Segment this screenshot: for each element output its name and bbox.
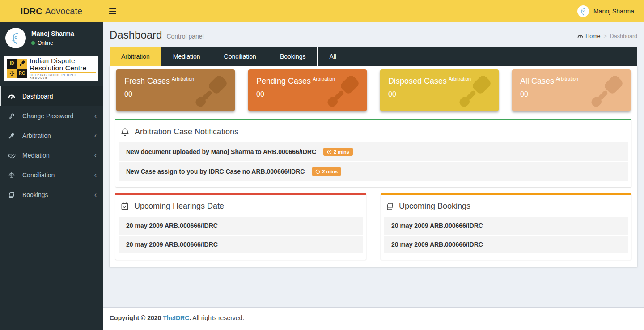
book-icon	[386, 202, 394, 210]
booking-item: 20 may 2009 ARB.000666/IDRC	[384, 217, 628, 235]
sidebar-item-label: Dashboard	[22, 93, 97, 100]
sidebar-item-label: Bookings	[22, 191, 94, 198]
idrc-logo-mark: ID RC	[7, 59, 27, 78]
logo-line1: Indian Dispute	[30, 57, 96, 64]
content-header: Dashboard Control panel Home > Dashboard	[103, 22, 644, 46]
online-status-icon	[31, 41, 35, 45]
clock-icon	[327, 150, 332, 154]
tachometer-icon	[577, 34, 583, 39]
hearing-item: 20 may 2009 ARB.000666/IDRC	[119, 217, 363, 235]
page-title-text: Dashboard	[110, 29, 162, 41]
chevron-left-icon: ‹	[94, 112, 97, 120]
content-wrapper: Dashboard Control panel Home > Dashboard…	[103, 22, 644, 307]
app-window: IDRC Advocate Manoj Sharma Manoj Sharma	[0, 0, 644, 330]
gavel-watermark-icon	[323, 73, 361, 111]
brand-logo[interactable]: IDRC Advocate	[0, 0, 103, 22]
top-header: IDRC Advocate Manoj Sharma	[0, 0, 644, 22]
balance-scale-icon	[8, 172, 19, 179]
sidebar-item-mediation[interactable]: Mediation ‹	[0, 146, 103, 165]
tab-arbitration[interactable]: Arbitration	[110, 47, 161, 66]
tab-mediation[interactable]: Mediation	[161, 47, 212, 66]
sidebar-item-conciliation[interactable]: Conciliation ‹	[0, 165, 103, 185]
user-avatar-icon	[577, 5, 589, 17]
sidebar-toggle-button[interactable]	[103, 0, 123, 22]
logo-cell-id: ID	[7, 59, 17, 69]
bookings-title: Upcoming Bookings	[399, 201, 470, 211]
handshake-icon	[8, 153, 19, 159]
card-pending-cases[interactable]: Pending CasesArbitration 00	[248, 69, 367, 111]
sidebar-user-name: Manoj Sharma	[31, 30, 74, 37]
tab-conciliation[interactable]: Conciliation	[212, 47, 268, 66]
brand-bold: IDRC	[21, 6, 42, 17]
sidebar-menu: Dashboard Change Password ‹ Arbitration …	[0, 86, 103, 205]
sidebar-user-panel: Manoj Sharma Online	[0, 22, 103, 55]
logo-rule	[30, 72, 96, 73]
sidebar: Manoj Sharma Online ID RC Indian Dispute	[0, 22, 103, 330]
card-fresh-cases[interactable]: Fresh CasesArbitration 00	[116, 69, 235, 111]
logo-cell-rc: RC	[17, 69, 27, 78]
hearing-item: 20 may 2009 ARB.000666/IDRC	[119, 236, 363, 253]
notifications-box: Arbitration Case Notifications New docum…	[115, 119, 631, 187]
chevron-left-icon: ‹	[94, 171, 97, 179]
hearings-title: Upcoming Hearings Date	[134, 201, 224, 211]
footer-link[interactable]: TheIDRC	[163, 314, 189, 321]
page-subtitle: Control panel	[166, 33, 203, 40]
idrc-logo[interactable]: ID RC Indian Dispute Resolution Centre H…	[4, 56, 98, 81]
case-tabs: Arbitration Mediation Conciliation Booki…	[110, 47, 637, 66]
gavel-icon	[8, 133, 19, 139]
sidebar-item-arbitration[interactable]: Arbitration ‹	[0, 126, 103, 146]
card-all-cases[interactable]: All CasesArbitration 00	[512, 69, 631, 111]
hamburger-icon	[109, 8, 116, 9]
tab-all[interactable]: All	[318, 47, 348, 66]
page-title: Dashboard Control panel	[110, 29, 204, 41]
card-title: Fresh Cases	[124, 77, 170, 86]
logo-scales-icon	[7, 69, 17, 78]
footer-rest: All rights reserved.	[191, 314, 244, 321]
breadcrumb-separator: >	[604, 33, 607, 39]
card-title: All Cases	[520, 77, 554, 86]
sidebar-item-label: Mediation	[22, 152, 94, 159]
notification-text: New document uploaded by Manoj Sharma to…	[126, 148, 316, 155]
sidebar-item-dashboard[interactable]: Dashboard	[0, 86, 103, 106]
top-navbar: Manoj Sharma	[103, 0, 644, 22]
sidebar-item-change-password[interactable]: Change Password ‹	[0, 106, 103, 126]
book-icon	[8, 192, 19, 198]
breadcrumb: Home > Dashboard	[577, 33, 637, 41]
user-menu-name: Manoj Sharma	[593, 8, 634, 15]
time-badge: 2 mins	[323, 148, 353, 156]
notifications-title: Arbitration Case Notifications	[135, 127, 238, 137]
summary-cards-row: Fresh CasesArbitration 00 Pending CasesA…	[115, 69, 631, 111]
idrc-logo-text: Indian Dispute Resolution Centre HELPING…	[30, 57, 96, 79]
card-disposed-cases[interactable]: Disposed CasesArbitration 00	[380, 69, 499, 111]
key-icon	[8, 113, 19, 120]
time-badge: 2 mins	[312, 167, 341, 176]
notification-item: New Case assign to you by IDRC Case no A…	[119, 162, 628, 181]
sidebar-item-bookings[interactable]: Bookings ‹	[0, 185, 103, 205]
sidebar-item-label: Arbitration	[22, 132, 94, 139]
tachometer-icon	[8, 93, 19, 100]
sidebar-user-status[interactable]: Online	[31, 40, 74, 46]
logo-line2: Resolution Centre	[30, 64, 96, 72]
breadcrumb-home[interactable]: Home	[577, 33, 600, 39]
clock-icon	[315, 169, 320, 174]
tab-bookings[interactable]: Bookings	[268, 47, 318, 66]
calendar-check-icon	[121, 202, 129, 210]
user-menu[interactable]: Manoj Sharma	[570, 0, 644, 22]
bell-icon	[121, 128, 129, 137]
upcoming-bookings-box: Upcoming Bookings 20 may 2009 ARB.000666…	[381, 193, 631, 260]
sidebar-avatar-icon	[5, 28, 26, 48]
gavel-watermark-icon	[587, 73, 625, 111]
footer-copyright: Copyright © 2020	[110, 314, 163, 321]
bottom-boxes-row: Upcoming Hearings Date 20 may 2009 ARB.0…	[115, 193, 631, 260]
sidebar-item-label: Change Password	[22, 112, 94, 120]
footer: Copyright © 2020 TheIDRC. All rights res…	[103, 307, 644, 330]
sidebar-item-label: Conciliation	[22, 171, 94, 179]
tab-content-panel: Fresh CasesArbitration 00 Pending CasesA…	[110, 66, 637, 267]
brand-light: Advocate	[45, 6, 82, 17]
card-title: Pending Cases	[256, 77, 311, 86]
notification-item: New document uploaded by Manoj Sharma to…	[119, 142, 628, 161]
logo-tagline: HELPING GOOD PEOPLE RESOLVE	[30, 74, 96, 80]
gavel-watermark-icon	[455, 73, 493, 111]
booking-item: 20 may 2009 ARB.000666/IDRC	[384, 236, 628, 253]
chevron-left-icon: ‹	[94, 132, 97, 139]
